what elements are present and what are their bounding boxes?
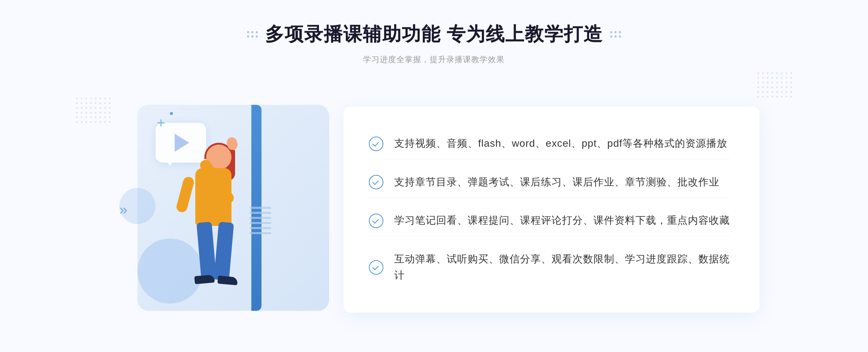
- header-title-row: 多项录播课辅助功能 专为线上教学打造: [247, 22, 621, 47]
- page-container: 多项录播课辅助功能 专为线上教学打造 学习进度全掌握，提升录播课教学效果 »: [0, 0, 868, 352]
- feature-item-1: 支持视频、音频、flash、word、excel、ppt、pdf等各种格式的资源…: [369, 128, 731, 159]
- main-content: »: [109, 87, 760, 332]
- person-illustration: [163, 145, 264, 325]
- header-section: 多项录播课辅助功能 专为线上教学打造 学习进度全掌握，提升录播课教学效果: [247, 22, 621, 65]
- check-icon-1: [369, 137, 383, 151]
- feature-text-1: 支持视频、音频、flash、word、excel、ppt、pdf等各种格式的资源…: [394, 136, 727, 152]
- check-icon-3: [369, 214, 383, 228]
- person-leg-right: [214, 222, 234, 280]
- feature-item-2: 支持章节目录、弹题考试、课后练习、课后作业、章节测验、批改作业: [369, 167, 731, 198]
- check-icon-4: [369, 260, 383, 275]
- feature-item-4: 互动弹幕、试听购买、微信分享、观看次数限制、学习进度跟踪、数据统计: [369, 244, 731, 291]
- person-leg-left: [196, 222, 217, 280]
- sparkle-2: [170, 112, 173, 115]
- feature-text-2: 支持章节目录、弹题考试、课后练习、课后作业、章节测验、批改作业: [394, 174, 719, 190]
- check-icon-2: [369, 175, 383, 189]
- page-subtitle: 学习进度全掌握，提升录播课教学效果: [247, 54, 621, 65]
- feature-text-3: 学习笔记回看、课程提问、课程评论打分、课件资料下载，重点内容收藏: [394, 213, 730, 229]
- page-title: 多项录播课辅助功能 专为线上教学打造: [265, 22, 603, 47]
- feature-text-4: 互动弹幕、试听购买、微信分享、观看次数限制、学习进度跟踪、数据统计: [394, 251, 731, 284]
- feature-item-3: 学习笔记回看、课程提问、课程评论打分、课件资料下载，重点内容收藏: [369, 205, 731, 236]
- feature-list-area: 支持视频、音频、flash、word、excel、ppt、pdf等各种格式的资源…: [344, 107, 760, 313]
- dot-pattern-right: [757, 72, 792, 98]
- right-decorators: [610, 31, 621, 38]
- chevron-icon: »: [119, 202, 127, 218]
- sparkle-1: [157, 119, 165, 126]
- left-chevron: »: [119, 202, 127, 218]
- person-arm-left: [175, 176, 195, 213]
- person-shoe-left: [194, 275, 215, 284]
- left-decorators: [247, 31, 258, 38]
- illustration-area: [109, 87, 354, 332]
- dot-pattern-left: [76, 98, 111, 123]
- person-shoe-right: [217, 276, 238, 286]
